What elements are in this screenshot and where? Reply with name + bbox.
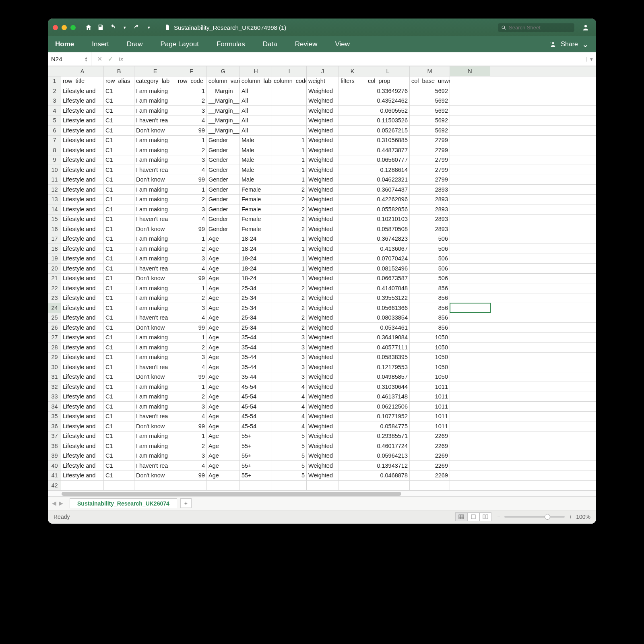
cell[interactable] — [339, 293, 366, 303]
cell[interactable] — [339, 382, 366, 392]
row-header[interactable]: 14 — [48, 204, 61, 215]
cell[interactable]: Lifestyle and — [61, 273, 104, 283]
cell[interactable]: Lifestyle and — [61, 135, 104, 145]
cell[interactable] — [339, 303, 366, 313]
cell[interactable] — [450, 293, 490, 303]
row-header[interactable]: 2 — [48, 86, 61, 96]
cell[interactable] — [339, 185, 366, 195]
cell[interactable]: Weighted — [307, 332, 339, 343]
cell[interactable] — [134, 481, 176, 491]
formula-input[interactable] — [133, 52, 586, 66]
cell[interactable]: 0.31030644 — [366, 382, 410, 392]
cell[interactable]: Lifestyle and — [61, 283, 104, 293]
cell[interactable]: 1 — [272, 175, 307, 185]
cell[interactable]: 1 — [272, 135, 307, 145]
cell[interactable]: C1 — [104, 264, 134, 274]
tab-insert[interactable]: Insert — [92, 40, 109, 48]
cell[interactable]: 0.08033854 — [366, 313, 410, 323]
row-header[interactable]: 19 — [48, 254, 61, 264]
cell[interactable]: Female — [240, 214, 272, 224]
cell[interactable]: 18-24 — [240, 244, 272, 254]
cell[interactable] — [339, 313, 366, 323]
cell[interactable]: Age — [207, 392, 240, 402]
cell[interactable] — [450, 451, 490, 461]
cell[interactable]: Age — [207, 402, 240, 412]
cell[interactable]: 1 — [176, 234, 207, 244]
cell[interactable]: Weighted — [307, 96, 339, 106]
cell[interactable]: Don't know — [134, 421, 176, 431]
cell[interactable]: C1 — [104, 372, 134, 382]
row-header[interactable]: 5 — [48, 116, 61, 126]
cell[interactable]: 55+ — [240, 471, 272, 481]
cell[interactable]: __Margin__ — [207, 96, 240, 106]
close-window-button[interactable] — [53, 25, 58, 30]
cell[interactable]: 1011 — [410, 411, 450, 421]
cell[interactable]: Lifestyle and — [61, 185, 104, 195]
page-break-view-button[interactable] — [479, 512, 491, 521]
cell[interactable] — [450, 323, 490, 333]
cell[interactable]: Age — [207, 431, 240, 441]
fx-icon[interactable]: fx — [119, 56, 123, 62]
row-header[interactable]: 34 — [48, 402, 61, 412]
cell[interactable] — [450, 332, 490, 343]
cell[interactable]: Age — [207, 441, 240, 451]
cell[interactable]: 2799 — [410, 175, 450, 185]
cell[interactable]: 0.42262096 — [366, 194, 410, 204]
cell[interactable]: I am making — [134, 352, 176, 362]
column-header-G[interactable]: G — [207, 66, 240, 76]
cell[interactable]: All — [240, 86, 272, 96]
cell[interactable] — [339, 116, 366, 126]
cell[interactable]: 0.10771952 — [366, 411, 410, 421]
cell[interactable] — [339, 283, 366, 293]
cell[interactable]: Lifestyle and — [61, 461, 104, 471]
cell[interactable]: I am making — [134, 254, 176, 264]
row-header[interactable]: 27 — [48, 332, 61, 343]
cell[interactable]: 0.46137148 — [366, 392, 410, 402]
cell[interactable]: 856 — [410, 283, 450, 293]
cell[interactable]: Lifestyle and — [61, 392, 104, 402]
row-header[interactable]: 7 — [48, 135, 61, 145]
cell[interactable]: C1 — [104, 273, 134, 283]
cell[interactable]: C1 — [104, 145, 134, 155]
row-header[interactable]: 24 — [48, 303, 61, 313]
cell[interactable]: 0.0584775 — [366, 421, 410, 431]
cell[interactable]: I haven't rea — [134, 362, 176, 372]
column-header-K[interactable]: K — [339, 66, 366, 76]
cell[interactable]: Lifestyle and — [61, 362, 104, 372]
ribbon-collapse-icon[interactable]: ⌄ — [582, 39, 589, 49]
cell[interactable]: 99 — [176, 471, 207, 481]
cell[interactable]: I am making — [134, 431, 176, 441]
row-header[interactable]: 11 — [48, 175, 61, 185]
row-header[interactable]: 26 — [48, 323, 61, 333]
cell[interactable]: 1 — [272, 155, 307, 165]
cell[interactable]: 0.0605552 — [366, 106, 410, 116]
cell[interactable] — [339, 175, 366, 185]
cell[interactable]: 5692 — [410, 96, 450, 106]
cell[interactable]: 2269 — [410, 461, 450, 471]
tab-page-layout[interactable]: Page Layout — [160, 40, 198, 48]
cell[interactable]: Age — [207, 343, 240, 353]
cell[interactable]: 0.05964213 — [366, 451, 410, 461]
cell[interactable]: Female — [240, 204, 272, 215]
cell[interactable]: 0.41407048 — [366, 283, 410, 293]
cell[interactable]: 1050 — [410, 362, 450, 372]
minimize-window-button[interactable] — [62, 25, 67, 30]
cell[interactable] — [339, 106, 366, 116]
cell[interactable]: Gender — [207, 204, 240, 215]
cell[interactable]: I haven't rea — [134, 214, 176, 224]
cell[interactable]: C1 — [104, 421, 134, 431]
cell[interactable]: Weighted — [307, 471, 339, 481]
cell[interactable]: C1 — [104, 126, 134, 136]
cell[interactable]: C1 — [104, 96, 134, 106]
cell[interactable] — [450, 96, 490, 106]
cell[interactable]: Male — [240, 175, 272, 185]
cell[interactable]: I am making — [134, 382, 176, 392]
cell[interactable] — [207, 481, 240, 491]
cell[interactable] — [450, 175, 490, 185]
cell[interactable]: Weighted — [307, 402, 339, 412]
cell[interactable] — [339, 323, 366, 333]
row-header[interactable]: 38 — [48, 441, 61, 451]
cell[interactable]: Weighted — [307, 86, 339, 96]
cell[interactable] — [339, 481, 366, 491]
cell[interactable]: All — [240, 116, 272, 126]
